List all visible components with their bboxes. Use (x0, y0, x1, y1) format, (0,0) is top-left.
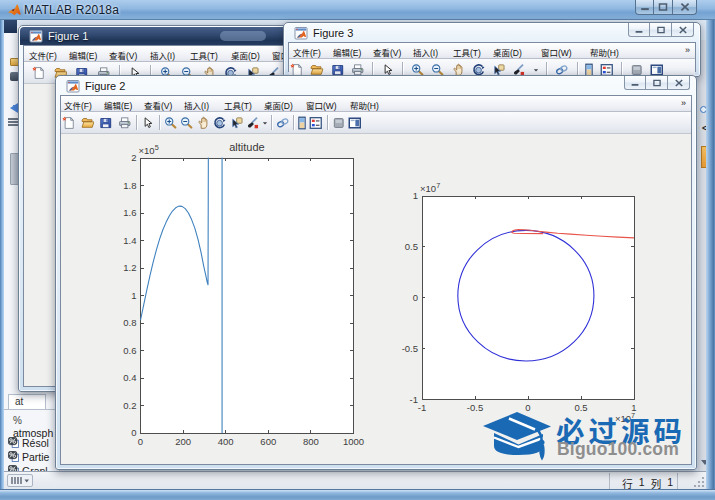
menu-item[interactable]: 桌面(D) (264, 99, 293, 111)
window-border-bottom (0, 489, 715, 500)
y-tick-label: 0.5 (405, 241, 418, 252)
menu-item[interactable]: 插入(I) (150, 49, 175, 61)
toolbar-separator (293, 115, 294, 130)
x-tick-label: -1 (418, 402, 426, 413)
close-button[interactable] (668, 76, 690, 90)
menu-item[interactable]: 编辑(E) (104, 99, 132, 111)
minimize-button[interactable] (635, 0, 654, 15)
close-button[interactable] (672, 23, 694, 37)
menu-item[interactable]: 工具(T) (453, 46, 481, 58)
editor-file-tab[interactable]: at (8, 394, 46, 409)
figure2-window[interactable]: Figure 2 文件(F)编辑(E)查看(V)插入(I)工具(T)桌面(D)窗… (55, 75, 697, 470)
edit-plot-icon[interactable] (141, 116, 155, 130)
print-figure-icon[interactable] (118, 116, 132, 130)
menu-item[interactable]: 窗口(W) (541, 46, 572, 58)
menu-item[interactable]: 编辑(E) (333, 46, 361, 58)
dock-figure-icon[interactable] (348, 116, 362, 130)
y-tick-label: 0.8 (123, 317, 136, 328)
main-window-title: MATLAB R2018a (24, 3, 119, 17)
status-separator2 (677, 473, 678, 489)
insert-colorbar-icon[interactable] (298, 116, 306, 130)
menu-item[interactable]: 桌面(D) (231, 49, 260, 61)
brush-data-icon[interactable] (246, 116, 260, 130)
window-border-right (706, 20, 715, 489)
y-tick-label: -1 (410, 394, 418, 405)
minimize-button[interactable] (624, 76, 646, 90)
new-figure-icon[interactable] (62, 116, 76, 130)
new-figure-icon[interactable] (32, 66, 46, 80)
close-button[interactable] (673, 0, 697, 15)
menu-item[interactable]: 插入(I) (184, 99, 209, 111)
zoom-in-icon[interactable] (164, 116, 178, 130)
maximize-button[interactable] (646, 76, 668, 90)
open-file-icon[interactable] (81, 116, 95, 130)
dropdown-arrow-icon[interactable] (262, 116, 268, 130)
menu-item[interactable]: 桌面(D) (493, 46, 522, 58)
axis-exponent-label: ×105 (139, 143, 159, 156)
menu-item[interactable]: 帮助(H) (590, 46, 619, 58)
figure2-menubar: 文件(F)编辑(E)查看(V)插入(I)工具(T)桌面(D)窗口(W)帮助(H)… (61, 96, 691, 112)
menu-item[interactable]: 文件(F) (64, 99, 92, 111)
pan-hand-icon[interactable] (197, 116, 211, 130)
x-tick-label: 0 (138, 436, 143, 447)
menu-overflow-chevron[interactable]: » (685, 45, 690, 55)
hide-plot-tools-icon[interactable] (332, 116, 346, 130)
y-tick-label: 2 (131, 152, 136, 163)
tab-strip-line (4, 409, 60, 410)
x-tick-label: 200 (175, 436, 191, 447)
minimize-button[interactable] (628, 23, 650, 37)
screen: at % atmosph RésolPartieGranl < MATLAB R… (0, 0, 715, 500)
resize-grip[interactable] (693, 476, 705, 488)
menu-item[interactable]: 查看(V) (109, 49, 137, 61)
statusbar-columns-button[interactable] (7, 474, 33, 487)
menu-item[interactable]: 查看(V) (144, 99, 172, 111)
file-list-item[interactable]: Partie (8, 450, 49, 463)
status-separator (609, 473, 610, 489)
y-tick-label: 0.2 (123, 400, 136, 411)
x-tick-label: 0.5 (574, 402, 587, 413)
main-statusbar: 行 1 列 1 (4, 471, 706, 489)
main-window-buttons (635, 0, 697, 15)
matlab-file-icon (8, 437, 19, 448)
y-tick-label: 1.6 (123, 207, 136, 218)
save-figure-icon[interactable] (99, 116, 113, 130)
menu-item[interactable]: 窗口(W) (306, 99, 337, 111)
figure3-window-buttons (628, 23, 694, 37)
menu-item[interactable]: 文件(F) (29, 49, 57, 61)
figure3-window[interactable]: Figure 3 文件(F)编辑(E)查看(V)插入(I)工具(T)桌面(D)窗… (283, 22, 701, 77)
menu-item[interactable]: 工具(T) (190, 49, 218, 61)
menu-item[interactable]: 文件(F) (293, 46, 321, 58)
figure3-title: Figure 3 (313, 27, 353, 39)
figure2-window-buttons (624, 76, 690, 90)
link-plot-icon[interactable] (276, 116, 290, 130)
y-tick-label: 1.8 (123, 180, 136, 191)
plots-svg: 0200400600800100000.20.40.60.811.21.41.6… (61, 134, 693, 464)
menu-item[interactable]: 帮助(H) (350, 99, 379, 111)
insert-legend-icon[interactable] (309, 116, 323, 130)
rotate-3d-icon[interactable] (213, 116, 227, 130)
zoom-out-icon[interactable] (180, 116, 194, 130)
maximize-button[interactable] (650, 23, 672, 37)
file-list-item[interactable]: Résol (8, 436, 49, 449)
figure-doc-icon (29, 29, 43, 43)
y-tick-label: 1 (413, 190, 418, 201)
y-tick-label: -0.5 (402, 343, 418, 354)
figure-doc-icon (66, 79, 80, 93)
menu-item[interactable]: 查看(V) (373, 46, 401, 58)
matlab-file-icon (8, 451, 19, 462)
maximize-button[interactable] (654, 0, 673, 15)
menu-item[interactable]: 插入(I) (413, 46, 438, 58)
toolbar-separator (327, 115, 328, 130)
x-tick-label: 0 (525, 402, 530, 413)
x-tick-label: 400 (218, 436, 234, 447)
figure3-menubar: 文件(F)编辑(E)查看(V)插入(I)工具(T)桌面(D)窗口(W)帮助(H)… (289, 43, 695, 59)
figure2-toolbar (61, 112, 691, 134)
menu-item[interactable]: 编辑(E) (69, 49, 97, 61)
main-titlebar[interactable]: MATLAB R2018a (0, 0, 715, 20)
figure2-canvas[interactable]: 0200400600800100000.20.40.60.811.21.41.6… (61, 134, 691, 464)
data-cursor-icon[interactable] (230, 116, 244, 130)
x-tick-label: -0.5 (467, 402, 483, 413)
menu-item[interactable]: 工具(T) (224, 99, 252, 111)
figure2-titlebar[interactable]: Figure 2 (57, 76, 695, 95)
menu-overflow-chevron[interactable]: » (681, 98, 686, 108)
